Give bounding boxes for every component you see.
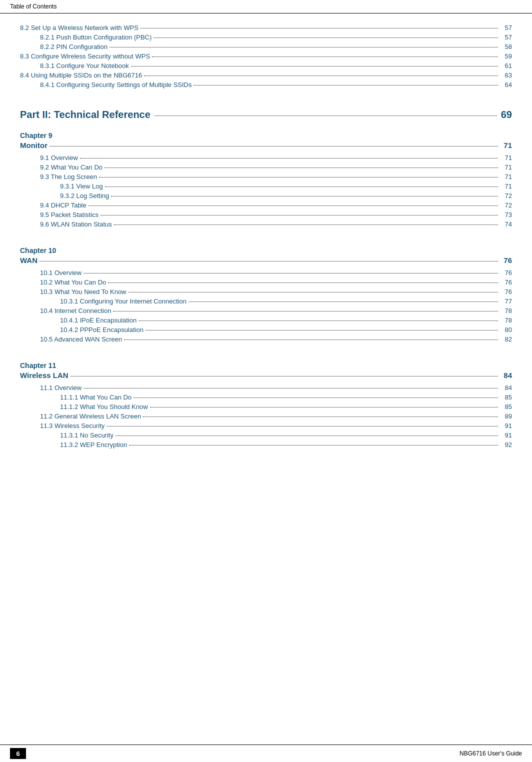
toc-dots <box>105 180 498 187</box>
toc-entry-text: 9.1 Overview <box>40 154 78 162</box>
toc-page: 91 <box>500 422 512 430</box>
toc-dots <box>88 200 498 206</box>
toc-entry-text: 9.3.1 View Log <box>60 182 103 190</box>
toc-page: 63 <box>500 72 512 79</box>
toc-entry-text: 8.3.1 Configure Your Notebook <box>40 62 129 70</box>
part2-label: Part II: Technical Reference <box>20 109 150 120</box>
toc-dots <box>146 324 498 330</box>
toc-dots <box>143 410 498 417</box>
toc-entry-text: 9.3.2 Log Setting <box>60 192 109 200</box>
chapter-title-page: 76 <box>500 256 512 264</box>
chapter-label: Chapter 11 <box>20 362 512 370</box>
chapter-title: Wireless LAN84 <box>20 370 512 380</box>
toc-entry-text: 10.2 What You Can Do <box>40 278 106 286</box>
toc-entry-text: 11.3.1 No Security <box>60 432 114 439</box>
footer-page-number: 6 <box>10 748 26 759</box>
toc-entry-text: 10.5 Advanced WAN Screen <box>40 336 122 343</box>
toc-entry: 11.1 Overview84 <box>20 384 512 392</box>
toc-entry-text: 9.4 DHCP Table <box>40 202 86 209</box>
toc-page: 77 <box>500 298 512 305</box>
toc-page: 84 <box>500 384 512 392</box>
toc-entry: 8.4.1 Configuring Security Settings of M… <box>20 80 512 88</box>
chapter-title-dots <box>70 369 498 376</box>
chapter-title-page: 71 <box>500 141 512 150</box>
toc-entry-text: 10.3.1 Configuring Your Internet Connect… <box>60 298 186 305</box>
toc-page: 80 <box>500 326 512 334</box>
toc-entry: 8.3.1 Configure Your Notebook61 <box>20 62 512 70</box>
toc-page: 92 <box>500 441 512 448</box>
toc-page: 82 <box>500 336 512 343</box>
toc-page: 71 <box>500 182 512 190</box>
toc-page: 74 <box>500 220 512 228</box>
toc-page: 71 <box>500 164 512 171</box>
toc-entry-text: 10.3 What You Need To Know <box>40 288 126 296</box>
page-content: 8.2 Set Up a Wireless Network with WPS57… <box>0 14 532 480</box>
toc-entry: 9.3 The Log Screen71 <box>20 172 512 180</box>
header-title: Table of Contents <box>10 3 56 10</box>
toc-entry: 11.3 Wireless Security91 <box>20 422 512 430</box>
toc-entry: 8.3 Configure Wireless Security without … <box>20 52 512 60</box>
part2-dots <box>154 106 497 116</box>
toc-entry: 10.2 What You Can Do76 <box>20 278 512 286</box>
toc-dots <box>124 334 498 340</box>
toc-dots <box>144 70 498 76</box>
toc-entry-text: 8.4 Using Multiple SSIDs on the NBG6716 <box>20 72 142 79</box>
toc-page: 59 <box>500 52 512 60</box>
toc-entry: 11.3.1 No Security91 <box>20 431 512 439</box>
toc-page: 72 <box>500 192 512 200</box>
chapter-label: Chapter 9 <box>20 132 512 140</box>
toc-dots <box>154 32 498 38</box>
toc-entry-text: 8.4.1 Configuring Security Settings of M… <box>40 81 192 88</box>
toc-entry-text: 9.2 What You Can Do <box>40 164 102 171</box>
toc-dots <box>128 286 498 292</box>
toc-entry-text: 10.4 Internet Connection <box>40 307 111 314</box>
toc-dots <box>131 60 498 66</box>
footer-guide-title: NBG6716 User's Guide <box>460 750 522 757</box>
toc-entry-text: 8.3 Configure Wireless Security without … <box>20 52 150 60</box>
chapter-title-text: Wireless LAN <box>20 371 68 380</box>
toc-entry: 9.3.1 View Log71 <box>20 182 512 190</box>
toc-dots <box>116 430 498 436</box>
chapter-title: Monitor71 <box>20 140 512 150</box>
toc-page: 72 <box>500 202 512 209</box>
chapter-title-dots <box>40 254 498 262</box>
toc-entry-text: 8.2 Set Up a Wireless Network with WPS <box>20 24 138 32</box>
part2-page: 69 <box>501 109 512 120</box>
toc-dots <box>152 50 498 57</box>
toc-entry: 10.4 Internet Connection78 <box>20 306 512 314</box>
toc-entry-text: 9.3 The Log Screen <box>40 173 97 180</box>
toc-dots <box>100 209 498 216</box>
toc-page: 91 <box>500 432 512 439</box>
toc-entry: 11.3.2 WEP Encryption92 <box>20 440 512 448</box>
toc-entry: 8.2.1 Push Button Configuration (PBC)57 <box>20 33 512 41</box>
toc-entry-text: 11.3.2 WEP Encryption <box>60 441 127 448</box>
part2-heading: Part II: Technical Reference 69 <box>20 108 512 120</box>
chapter-title: WAN76 <box>20 256 512 264</box>
toc-entry-text: 10.1 Overview <box>40 269 82 276</box>
chapter-title-text: WAN <box>20 256 38 264</box>
toc-entry-text: 11.1 Overview <box>40 384 82 392</box>
toc-entry: 8.4 Using Multiple SSIDs on the NBG67166… <box>20 71 512 79</box>
toc-dots <box>140 22 498 28</box>
toc-dots <box>194 79 498 86</box>
toc-page: 76 <box>500 269 512 276</box>
toc-dots <box>134 392 498 398</box>
toc-section-before-part: 8.2 Set Up a Wireless Network with WPS57… <box>20 24 512 88</box>
toc-dots <box>104 162 498 168</box>
toc-dots <box>188 296 498 302</box>
toc-entry-text: 8.2.2 PIN Configuration <box>40 43 108 50</box>
toc-entry-text: 10.4.1 IPoE Encapsulation <box>60 316 136 324</box>
toc-entry: 10.1 Overview76 <box>20 268 512 276</box>
toc-entry: 9.3.2 Log Setting72 <box>20 192 512 200</box>
toc-dots <box>84 382 498 388</box>
toc-dots <box>108 276 498 283</box>
toc-page: 76 <box>500 278 512 286</box>
toc-entry: 10.5 Advanced WAN Screen82 <box>20 335 512 343</box>
toc-dots <box>150 401 498 408</box>
toc-entry-text: 8.2.1 Push Button Configuration (PBC) <box>40 34 152 41</box>
toc-entry-text: 9.6 WLAN Station Status <box>40 220 112 228</box>
toc-entry: 9.1 Overview71 <box>20 154 512 162</box>
toc-entry: 11.1.2 What You Should Know85 <box>20 402 512 410</box>
toc-page: 73 <box>500 211 512 218</box>
toc-dots <box>80 152 498 158</box>
